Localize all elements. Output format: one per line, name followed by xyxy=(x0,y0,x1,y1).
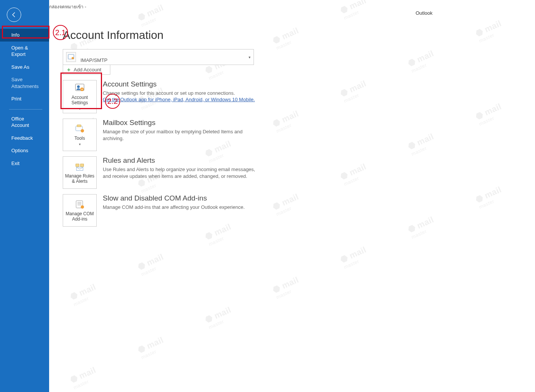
tile-label: Manage Rules & Alerts xyxy=(64,173,96,184)
svg-rect-7 xyxy=(77,125,81,127)
outlook-app-link[interactable]: Get the Outlook app for iPhone, iPad, An… xyxy=(103,97,255,102)
tile-label: Manage COM Add-ins xyxy=(64,211,96,222)
section-desc: Manage the size of your mailbox by empty… xyxy=(103,128,261,142)
sidebar-item-exit[interactable]: Exit xyxy=(0,157,49,170)
plus-icon: ＋ xyxy=(66,66,71,73)
sidebar-item-info[interactable]: Info xyxy=(0,29,49,42)
sidebar-item-options[interactable]: Options xyxy=(0,144,49,157)
page-title: Account Information xyxy=(63,29,535,42)
sidebar-item-open-export[interactable]: Open & Export xyxy=(0,42,49,61)
sidebar-item-print[interactable]: Print xyxy=(0,93,49,105)
section-title-mailbox-settings: Mailbox Settings xyxy=(103,119,261,127)
add-account-button[interactable]: ＋ Add Account xyxy=(63,65,110,75)
account-protocol-label: IMAP/SMTP xyxy=(80,57,108,63)
manage-com-addins-button[interactable]: Manage COM Add-ins xyxy=(63,194,97,227)
account-settings-button[interactable]: Account Settings ▾ xyxy=(63,80,97,113)
manage-rules-button[interactable]: Manage Rules & Alerts xyxy=(63,156,97,189)
sidebar-separator xyxy=(9,109,42,110)
chevron-down-icon: ▾ xyxy=(249,55,250,59)
tools-button[interactable]: Tools ▾ xyxy=(63,119,97,151)
sidebar-item-save-attachments[interactable]: Save Attachments xyxy=(0,73,49,93)
sidebar-item-save-as[interactable]: Save As xyxy=(0,61,49,74)
section-desc: Change settings for this account or set … xyxy=(103,90,255,97)
svg-point-5 xyxy=(82,89,83,90)
account-icon xyxy=(66,52,76,62)
account-settings-icon xyxy=(74,83,85,93)
main-panel: ⬣ mailmaster ⬣ mailmaster ⬣ mailmaster ⬣… xyxy=(49,0,535,392)
sidebar-item-office-account[interactable]: Office Account xyxy=(0,113,49,132)
svg-point-14 xyxy=(81,205,84,209)
com-addins-icon xyxy=(74,199,85,210)
tools-icon xyxy=(74,123,85,134)
titlebar-app-name: Outlook xyxy=(416,10,535,16)
account-dropdown[interactable]: IMAP/SMTP ▾ xyxy=(63,49,254,65)
section-title-account-settings: Account Settings xyxy=(103,80,255,88)
svg-point-1 xyxy=(72,57,74,59)
backstage-sidebar: Info Open & Export Save As Save Attachme… xyxy=(0,0,49,392)
chevron-down-icon: ▾ xyxy=(79,142,81,146)
section-title-rules-alerts: Rules and Alerts xyxy=(103,156,261,165)
back-button[interactable] xyxy=(7,8,21,22)
section-desc: Manage COM add-ins that are affecting yo… xyxy=(103,204,245,211)
sidebar-item-feedback[interactable]: Feedback xyxy=(0,132,49,145)
tile-label: Tools xyxy=(74,136,85,141)
section-title-com-addins: Slow and Disabled COM Add-ins xyxy=(103,194,245,202)
arrow-left-icon xyxy=(11,11,17,18)
rules-alerts-icon xyxy=(74,161,85,172)
svg-point-8 xyxy=(81,129,84,133)
svg-point-3 xyxy=(77,85,80,88)
tile-label: Account Settings xyxy=(64,95,96,105)
add-account-label: Add Account xyxy=(74,67,101,73)
chevron-down-icon: ▾ xyxy=(79,107,81,111)
section-desc: Use Rules and Alerts to help organize yo… xyxy=(103,166,261,179)
titlebar-center-text: กล่องจดหมายเข้า - xyxy=(49,3,535,10)
